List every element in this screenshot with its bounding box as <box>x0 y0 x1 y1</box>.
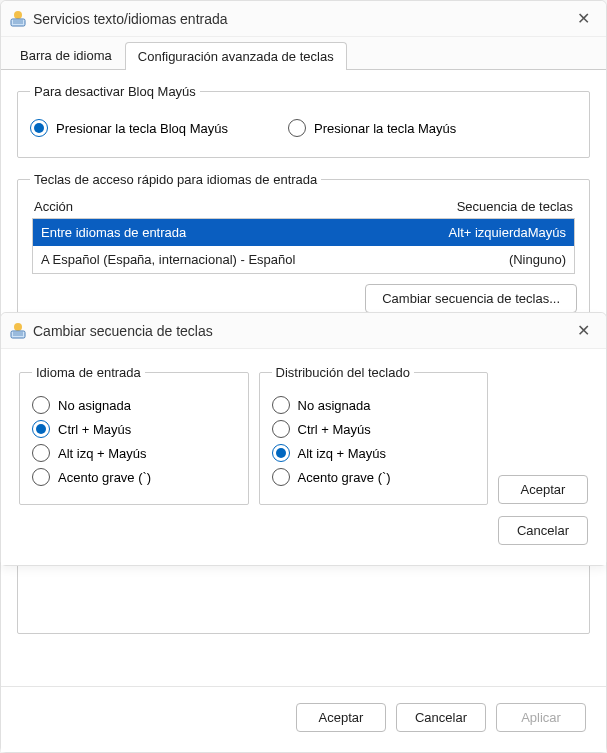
radio-icon <box>272 468 290 486</box>
input-language-group: Idioma de entrada No asignada Ctrl + May… <box>19 365 249 505</box>
close-icon[interactable]: ✕ <box>571 7 596 30</box>
radio-input-grave[interactable]: Acento grave (`) <box>32 468 236 486</box>
caps-lock-legend: Para desactivar Bloq Mayús <box>30 84 200 99</box>
svg-rect-5 <box>11 331 25 338</box>
tab-advanced-keys[interactable]: Configuración avanzada de teclas <box>125 42 347 70</box>
hotkey-seq: (Ninguno) <box>509 252 566 267</box>
col-sequence: Secuencia de teclas <box>457 199 573 214</box>
radio-label: Alt izq + Mayús <box>298 446 387 461</box>
keyboard-layout-group: Distribución del teclado No asignada Ctr… <box>259 365 489 505</box>
hotkey-header: Acción Secuencia de teclas <box>30 197 577 218</box>
change-key-sequence-button[interactable]: Cambiar secuencia de teclas... <box>365 284 577 313</box>
radio-layout-ctrl-shift[interactable]: Ctrl + Mayús <box>272 420 476 438</box>
radio-icon <box>32 420 50 438</box>
radio-label: No asignada <box>58 398 131 413</box>
apply-button[interactable]: Aplicar <box>496 703 586 732</box>
radio-icon <box>32 396 50 414</box>
radio-icon <box>30 119 48 137</box>
hotkey-list: Entre idiomas de entrada Alt+ izquierdaM… <box>32 218 575 274</box>
svg-rect-1 <box>11 19 25 26</box>
tabs: Barra de idioma Configuración avanzada d… <box>1 37 606 70</box>
radio-label: Presionar la tecla Mayús <box>314 121 456 136</box>
col-action: Acción <box>34 199 457 214</box>
radio-label: Ctrl + Mayús <box>298 422 371 437</box>
radio-input-none[interactable]: No asignada <box>32 396 236 414</box>
radio-icon <box>32 468 50 486</box>
close-icon[interactable]: ✕ <box>571 319 596 342</box>
input-language-legend: Idioma de entrada <box>32 365 145 380</box>
svg-point-0 <box>14 11 22 19</box>
radio-layout-grave[interactable]: Acento grave (`) <box>272 468 476 486</box>
radio-input-alt-shift[interactable]: Alt izq + Mayús <box>32 444 236 462</box>
main-title: Servicios texto/idiomas entrada <box>33 11 571 27</box>
tab-language-bar[interactable]: Barra de idioma <box>7 41 125 69</box>
keyboard-icon <box>9 322 27 340</box>
radio-icon <box>272 420 290 438</box>
radio-input-ctrl-shift[interactable]: Ctrl + Mayús <box>32 420 236 438</box>
caps-lock-group: Para desactivar Bloq Mayús Presionar la … <box>17 84 590 158</box>
hotkey-row[interactable]: Entre idiomas de entrada Alt+ izquierdaM… <box>33 219 574 246</box>
radio-press-capslock[interactable]: Presionar la tecla Bloq Mayús <box>30 119 228 137</box>
hotkey-action: A Español (España, internacional) - Espa… <box>41 252 509 267</box>
radio-label: Acento grave (`) <box>298 470 391 485</box>
keyboard-icon <box>9 10 27 28</box>
radio-press-shift[interactable]: Presionar la tecla Mayús <box>288 119 456 137</box>
ok-button[interactable]: Aceptar <box>296 703 386 732</box>
radio-icon <box>32 444 50 462</box>
radio-icon <box>272 396 290 414</box>
sub-ok-button[interactable]: Aceptar <box>498 475 588 504</box>
radio-label: Alt izq + Mayús <box>58 446 147 461</box>
hotkeys-legend: Teclas de acceso rápido para idiomas de … <box>30 172 321 187</box>
radio-icon <box>272 444 290 462</box>
sub-titlebar: Cambiar secuencia de teclas ✕ <box>1 313 606 349</box>
sub-cancel-button[interactable]: Cancelar <box>498 516 588 545</box>
radio-layout-alt-shift[interactable]: Alt izq + Mayús <box>272 444 476 462</box>
hotkey-seq: Alt+ izquierdaMayús <box>449 225 566 240</box>
radio-icon <box>288 119 306 137</box>
hotkey-row[interactable]: A Español (España, internacional) - Espa… <box>33 246 574 273</box>
svg-point-4 <box>14 323 22 331</box>
cancel-button[interactable]: Cancelar <box>396 703 486 732</box>
main-titlebar: Servicios texto/idiomas entrada ✕ <box>1 1 606 37</box>
radio-label: Presionar la tecla Bloq Mayús <box>56 121 228 136</box>
radio-label: Acento grave (`) <box>58 470 151 485</box>
sub-title: Cambiar secuencia de teclas <box>33 323 571 339</box>
hotkey-action: Entre idiomas de entrada <box>41 225 449 240</box>
radio-label: Ctrl + Mayús <box>58 422 131 437</box>
keyboard-layout-legend: Distribución del teclado <box>272 365 414 380</box>
radio-layout-none[interactable]: No asignada <box>272 396 476 414</box>
radio-label: No asignada <box>298 398 371 413</box>
